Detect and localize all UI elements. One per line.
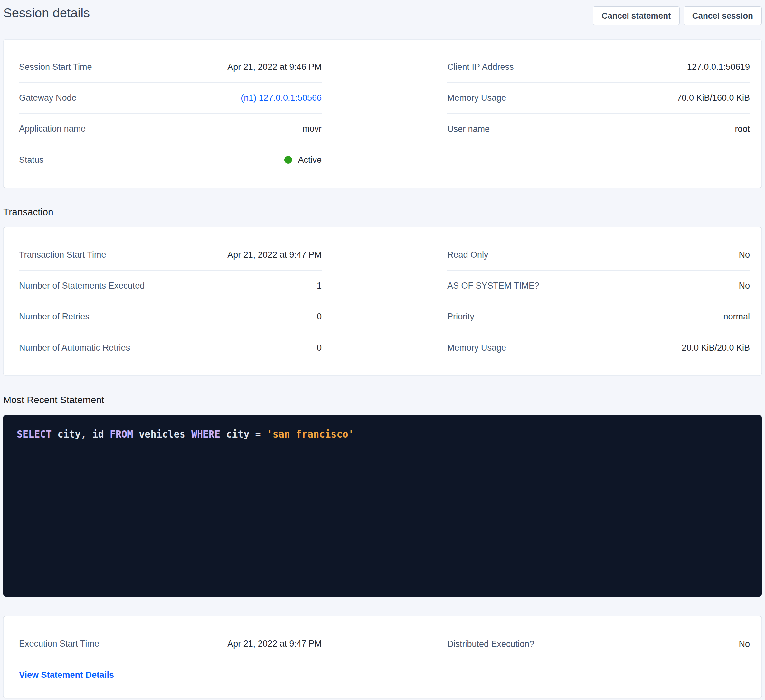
transaction-panel: Transaction Start Time Apr 21, 2022 at 9… bbox=[3, 227, 762, 376]
priority-value: normal bbox=[723, 312, 750, 322]
distributed-execution-value: No bbox=[738, 639, 750, 649]
retries-value: 0 bbox=[317, 312, 322, 322]
execution-start-time-value: Apr 21, 2022 at 9:47 PM bbox=[227, 639, 322, 649]
application-name-value: movr bbox=[302, 124, 322, 134]
transaction-start-time-row: Transaction Start Time Apr 21, 2022 at 9… bbox=[19, 240, 322, 270]
execution-start-time-row: Execution Start Time Apr 21, 2022 at 9:4… bbox=[19, 629, 322, 659]
most-recent-statement-section-title: Most Recent Statement bbox=[3, 394, 762, 406]
view-statement-details-row: View Statement Details bbox=[19, 659, 322, 691]
sql-statement-box: SELECT city, id FROM vehicles WHERE city… bbox=[3, 415, 762, 597]
retries-row: Number of Retries 0 bbox=[19, 301, 322, 332]
header-actions: Cancel statement Cancel session bbox=[593, 6, 762, 25]
transaction-left-column: Transaction Start Time Apr 21, 2022 at 9… bbox=[19, 240, 322, 363]
transaction-memory-usage-row: Memory Usage 20.0 KiB/20.0 KiB bbox=[447, 332, 750, 363]
gateway-node-label: Gateway Node bbox=[19, 93, 77, 103]
priority-row: Priority normal bbox=[447, 301, 750, 332]
client-ip-value: 127.0.0.1:50619 bbox=[687, 62, 750, 72]
transaction-section-title: Transaction bbox=[3, 206, 762, 218]
cancel-session-button[interactable]: Cancel session bbox=[683, 6, 762, 25]
sql-keyword-from: FROM bbox=[110, 428, 133, 440]
session-details-page: Session details Cancel statement Cancel … bbox=[0, 0, 765, 698]
sql-string-literal: 'san francisco' bbox=[267, 428, 354, 440]
cancel-statement-button[interactable]: Cancel statement bbox=[593, 6, 679, 25]
application-name-label: Application name bbox=[19, 124, 86, 134]
statements-executed-value: 1 bbox=[317, 281, 322, 291]
session-memory-usage-label: Memory Usage bbox=[447, 93, 506, 103]
transaction-start-time-value: Apr 21, 2022 at 9:47 PM bbox=[227, 250, 322, 260]
execution-start-time-label: Execution Start Time bbox=[19, 639, 99, 649]
status-active-dot-icon bbox=[284, 156, 292, 164]
priority-label: Priority bbox=[447, 312, 474, 322]
status-text: Active bbox=[298, 155, 322, 165]
sql-statement-text: SELECT city, id FROM vehicles WHERE city… bbox=[17, 428, 748, 441]
session-memory-usage-value: 70.0 KiB/160.0 KiB bbox=[677, 93, 750, 103]
gateway-node-row: Gateway Node (n1) 127.0.0.1:50566 bbox=[19, 83, 322, 113]
statement-execution-panel: Execution Start Time Apr 21, 2022 at 9:4… bbox=[3, 616, 762, 698]
distributed-execution-row: Distributed Execution? No bbox=[447, 629, 750, 659]
client-ip-label: Client IP Address bbox=[447, 62, 514, 72]
transaction-memory-usage-value: 20.0 KiB/20.0 KiB bbox=[682, 343, 750, 353]
user-name-label: User name bbox=[447, 124, 490, 134]
read-only-label: Read Only bbox=[447, 250, 488, 260]
session-start-time-label: Session Start Time bbox=[19, 62, 92, 72]
status-row: Status Active bbox=[19, 144, 322, 175]
view-statement-details-link[interactable]: View Statement Details bbox=[19, 670, 114, 680]
as-of-system-time-label: AS OF SYSTEM TIME? bbox=[447, 281, 539, 291]
sql-predicate: city = bbox=[220, 428, 267, 440]
sql-keyword-where: WHERE bbox=[191, 428, 220, 440]
read-only-value: No bbox=[738, 250, 750, 260]
distributed-execution-label: Distributed Execution? bbox=[447, 639, 534, 649]
gateway-node-link[interactable]: (n1) 127.0.0.1:50566 bbox=[241, 93, 322, 103]
page-header: Session details Cancel statement Cancel … bbox=[3, 0, 762, 25]
session-summary-right-column: Client IP Address 127.0.0.1:50619 Memory… bbox=[447, 52, 750, 175]
automatic-retries-row: Number of Automatic Retries 0 bbox=[19, 332, 322, 363]
retries-label: Number of Retries bbox=[19, 312, 90, 322]
sql-keyword-select: SELECT bbox=[17, 428, 52, 440]
sql-select-list: city, id bbox=[52, 428, 110, 440]
read-only-row: Read Only No bbox=[447, 240, 750, 270]
user-name-row: User name root bbox=[447, 113, 750, 144]
user-name-value: root bbox=[735, 124, 750, 134]
as-of-system-time-row: AS OF SYSTEM TIME? No bbox=[447, 270, 750, 301]
status-value: Active bbox=[284, 155, 322, 165]
as-of-system-time-value: No bbox=[738, 281, 750, 291]
execution-right-column: Distributed Execution? No bbox=[447, 629, 750, 691]
automatic-retries-value: 0 bbox=[317, 343, 322, 353]
client-ip-row: Client IP Address 127.0.0.1:50619 bbox=[447, 52, 750, 83]
execution-left-column: Execution Start Time Apr 21, 2022 at 9:4… bbox=[19, 629, 322, 691]
page-title: Session details bbox=[3, 5, 90, 21]
session-start-time-row: Session Start Time Apr 21, 2022 at 9:46 … bbox=[19, 52, 322, 83]
session-summary-left-column: Session Start Time Apr 21, 2022 at 9:46 … bbox=[19, 52, 322, 175]
transaction-memory-usage-label: Memory Usage bbox=[447, 343, 506, 353]
application-name-row: Application name movr bbox=[19, 113, 322, 144]
transaction-right-column: Read Only No AS OF SYSTEM TIME? No Prior… bbox=[447, 240, 750, 363]
statements-executed-label: Number of Statements Executed bbox=[19, 281, 145, 291]
status-label: Status bbox=[19, 155, 44, 165]
automatic-retries-label: Number of Automatic Retries bbox=[19, 343, 130, 353]
sql-from-target: vehicles bbox=[133, 428, 191, 440]
statements-executed-row: Number of Statements Executed 1 bbox=[19, 270, 322, 301]
session-memory-usage-row: Memory Usage 70.0 KiB/160.0 KiB bbox=[447, 83, 750, 113]
session-start-time-value: Apr 21, 2022 at 9:46 PM bbox=[227, 62, 322, 72]
transaction-start-time-label: Transaction Start Time bbox=[19, 250, 106, 260]
session-summary-panel: Session Start Time Apr 21, 2022 at 9:46 … bbox=[3, 39, 762, 188]
